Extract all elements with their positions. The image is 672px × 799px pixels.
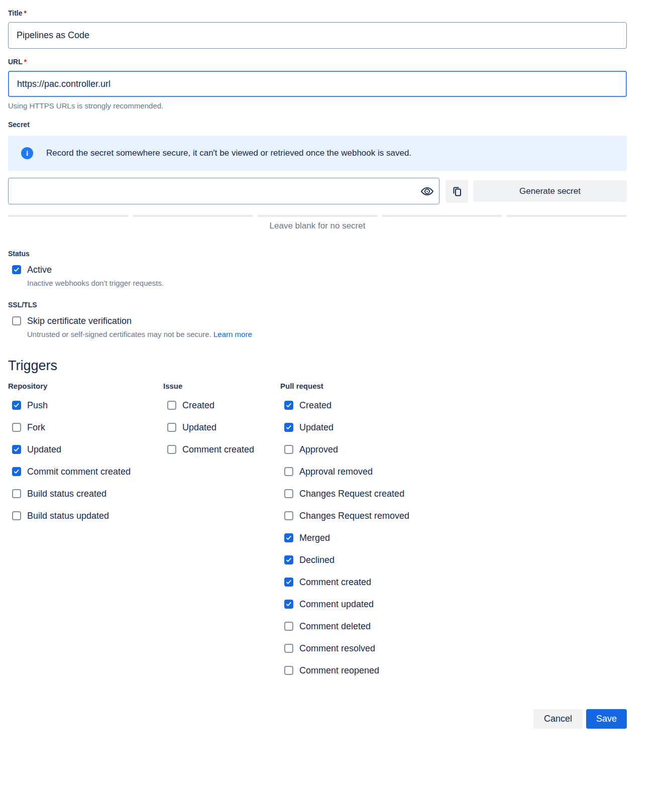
trigger-checkbox-pull-request-merged[interactable]: Merged — [280, 533, 627, 543]
checkbox-checked-icon[interactable] — [12, 445, 21, 454]
trigger-checkbox-label: Created — [182, 400, 214, 411]
trigger-checkbox-label: Comment created — [299, 577, 371, 588]
trigger-checkbox-pull-request-updated[interactable]: Updated — [280, 422, 627, 432]
trigger-checkbox-label: Updated — [27, 444, 61, 455]
trigger-checkbox-issue-created[interactable]: Created — [163, 400, 280, 410]
trigger-checkbox-label: Comment deleted — [299, 621, 371, 632]
triggers-heading: Triggers — [8, 358, 627, 374]
secret-helper-text: Leave blank for no secret — [8, 221, 627, 231]
checkbox-checked-icon[interactable] — [12, 401, 21, 410]
form-actions: Cancel Save — [8, 709, 627, 799]
trigger-checkbox-pull-request-changes-request-removed[interactable]: Changes Request removed — [280, 511, 627, 521]
trigger-checkbox-label: Declined — [299, 554, 334, 565]
required-asterisk: * — [24, 58, 27, 66]
title-label: Title* — [8, 9, 627, 18]
trigger-checkbox-pull-request-approval-removed[interactable]: Approval removed — [280, 467, 627, 477]
trigger-checkbox-pull-request-approved[interactable]: Approved — [280, 444, 627, 454]
trigger-checkbox-repository-build-status-created[interactable]: Build status created — [8, 489, 163, 499]
url-label-text: URL — [8, 58, 23, 66]
learn-more-link[interactable]: Learn more — [213, 330, 252, 338]
copy-icon — [451, 185, 463, 197]
trigger-checkbox-label: Updated — [182, 422, 216, 433]
trigger-column-pull-request: Pull requestCreatedUpdatedApprovedApprov… — [280, 382, 627, 688]
trigger-checkbox-repository-push[interactable]: Push — [8, 400, 163, 410]
strength-segment — [8, 215, 129, 217]
checkbox-checked-icon[interactable] — [284, 533, 293, 542]
trigger-checkbox-label: Fork — [27, 422, 45, 433]
secret-label: Secret — [8, 121, 627, 129]
secret-input-wrap — [8, 178, 439, 204]
trigger-checkbox-pull-request-declined[interactable]: Declined — [280, 555, 627, 565]
ssl-tls-label: SSL/TLS — [8, 301, 627, 309]
trigger-checkbox-label: Build status created — [27, 488, 106, 499]
trigger-checkbox-repository-updated[interactable]: Updated — [8, 444, 163, 454]
trigger-checkbox-pull-request-comment-reopened[interactable]: Comment reopened — [280, 665, 627, 675]
checkbox-checked-icon[interactable] — [284, 578, 293, 587]
trigger-checkbox-repository-commit-comment-created[interactable]: Commit comment created — [8, 467, 163, 477]
url-label: URL* — [8, 58, 627, 66]
ssl-helper-sentence: Untrusted or self-signed certificates ma… — [27, 330, 211, 338]
trigger-checkbox-label: Changes Request created — [299, 488, 404, 499]
title-input[interactable] — [8, 22, 627, 49]
checkbox-checked-icon[interactable] — [284, 600, 293, 609]
checkbox-checked-icon[interactable] — [12, 467, 21, 476]
trigger-checkbox-label: Comment created — [182, 444, 254, 455]
checkbox-unchecked-icon[interactable] — [284, 511, 293, 520]
generate-secret-button[interactable]: Generate secret — [473, 180, 627, 202]
checkbox-unchecked-icon[interactable] — [284, 467, 293, 476]
trigger-checkbox-label: Comment resolved — [299, 643, 375, 654]
save-button[interactable]: Save — [586, 709, 627, 729]
trigger-checkbox-pull-request-comment-deleted[interactable]: Comment deleted — [280, 621, 627, 631]
strength-segment — [257, 215, 378, 217]
checkbox-checked-icon[interactable] — [284, 555, 293, 564]
checkbox-unchecked-icon[interactable] — [167, 445, 176, 454]
trigger-checkbox-repository-build-status-updated[interactable]: Build status updated — [8, 511, 163, 521]
checkbox-checked-icon[interactable] — [12, 265, 21, 274]
checkbox-unchecked-icon[interactable] — [12, 316, 21, 325]
title-label-text: Title — [8, 9, 23, 17]
trigger-checkbox-label: Comment updated — [299, 599, 374, 610]
checkbox-unchecked-icon[interactable] — [12, 511, 21, 520]
trigger-checkbox-label: Updated — [299, 422, 333, 433]
checkbox-unchecked-icon[interactable] — [284, 622, 293, 631]
secret-info-text: Record the secret somewhere secure, it c… — [46, 148, 411, 158]
trigger-column-repository: RepositoryPushForkUpdatedCommit comment … — [8, 382, 163, 533]
trigger-checkbox-pull-request-comment-created[interactable]: Comment created — [280, 577, 627, 587]
trigger-checkbox-issue-updated[interactable]: Updated — [163, 422, 280, 432]
trigger-column-header: Pull request — [280, 382, 627, 390]
trigger-checkbox-label: Comment reopened — [299, 665, 379, 676]
checkbox-unchecked-icon[interactable] — [167, 423, 176, 432]
checkbox-unchecked-icon[interactable] — [284, 644, 293, 653]
checkbox-unchecked-icon[interactable] — [284, 489, 293, 498]
copy-secret-button[interactable] — [445, 180, 468, 203]
eye-icon[interactable] — [420, 184, 434, 198]
checkbox-unchecked-icon[interactable] — [12, 423, 21, 432]
secret-input[interactable] — [8, 178, 439, 204]
required-asterisk: * — [24, 9, 27, 17]
trigger-checkbox-pull-request-comment-resolved[interactable]: Comment resolved — [280, 643, 627, 653]
checkbox-checked-icon[interactable] — [284, 401, 293, 410]
checkbox-checked-icon[interactable] — [284, 423, 293, 432]
checkbox-unchecked-icon[interactable] — [12, 489, 21, 498]
checkbox-unchecked-icon[interactable] — [167, 401, 176, 410]
active-checkbox-row[interactable]: Active — [8, 264, 627, 275]
checkbox-unchecked-icon[interactable] — [284, 666, 293, 675]
trigger-checkbox-repository-fork[interactable]: Fork — [8, 422, 163, 432]
trigger-checkbox-label: Approved — [299, 444, 338, 455]
trigger-checkbox-pull-request-comment-updated[interactable]: Comment updated — [280, 599, 627, 609]
trigger-checkbox-label: Commit comment created — [27, 466, 131, 477]
trigger-column-header: Issue — [163, 382, 280, 390]
info-icon: i — [21, 147, 33, 159]
strength-segment — [382, 215, 502, 217]
triggers-columns: RepositoryPushForkUpdatedCommit comment … — [8, 382, 627, 688]
secret-strength-segments — [8, 215, 627, 217]
trigger-checkbox-issue-comment-created[interactable]: Comment created — [163, 444, 280, 454]
trigger-checkbox-pull-request-created[interactable]: Created — [280, 400, 627, 410]
skip-cert-checkbox-row[interactable]: Skip certificate verification — [8, 315, 627, 326]
cancel-button[interactable]: Cancel — [533, 709, 583, 729]
trigger-checkbox-pull-request-changes-request-created[interactable]: Changes Request created — [280, 489, 627, 499]
webhook-form: Title* URL* Using HTTPS URLs is strongly… — [8, 0, 627, 799]
checkbox-unchecked-icon[interactable] — [284, 445, 293, 454]
url-input[interactable] — [8, 71, 627, 97]
trigger-checkbox-label: Build status updated — [27, 510, 109, 521]
